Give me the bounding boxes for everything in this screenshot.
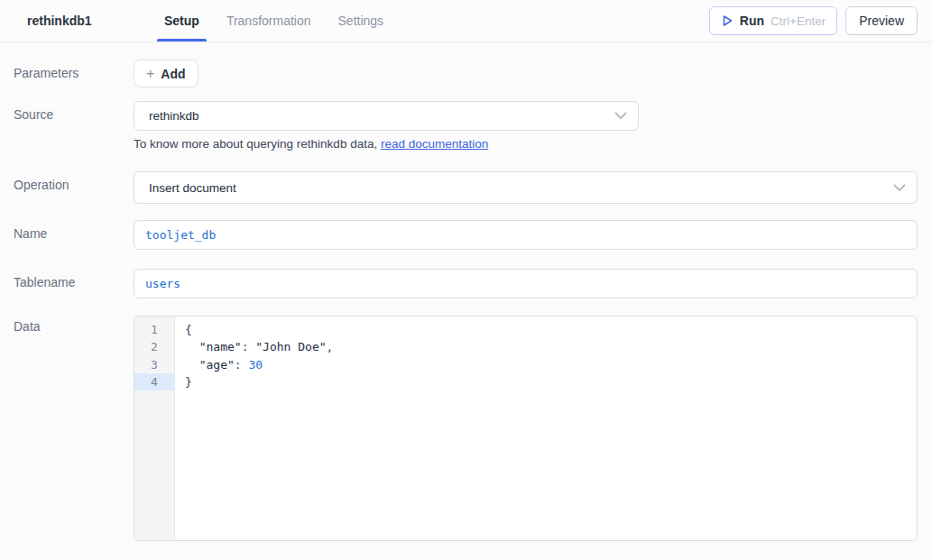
line-number-gutter: 1234 (134, 317, 175, 540)
source-row: Source rethinkdb To know more about quer… (14, 101, 918, 151)
plus-icon: + (146, 67, 154, 81)
source-select-value: rethinkdb (149, 109, 614, 123)
line-number: 4 (134, 373, 174, 390)
operation-label: Operation (14, 171, 134, 204)
parameters-label: Parameters (14, 60, 134, 87)
header-actions: Run Ctrl+Enter Preview (709, 0, 932, 41)
line-number: 1 (134, 321, 174, 338)
code-area[interactable]: { "name": "John Doe", "age": 30} (175, 317, 917, 540)
tab-settings-label: Settings (338, 14, 384, 28)
run-shortcut: Ctrl+Enter (771, 14, 826, 28)
source-select[interactable]: rethinkdb (134, 101, 639, 131)
query-title: rethinkdb1 (0, 0, 162, 41)
code-line[interactable]: { (185, 321, 917, 338)
name-input[interactable]: tooljet_db (134, 220, 918, 250)
line-number: 2 (134, 338, 174, 355)
tablename-label: Tablename (14, 269, 134, 298)
add-parameter-label: Add (161, 67, 185, 81)
tab-setup[interactable]: Setup (162, 0, 201, 41)
operation-select-value: Insert document (149, 181, 893, 195)
query-header: rethinkdb1 Setup Transformation Settings… (0, 0, 932, 42)
tab-settings[interactable]: Settings (337, 0, 386, 41)
code-line[interactable]: } (185, 373, 917, 390)
tablename-input[interactable]: users (134, 269, 918, 298)
preview-button-label: Preview (859, 14, 904, 28)
tablename-input-value: users (145, 277, 180, 290)
name-label: Name (14, 220, 134, 250)
code-line[interactable]: "name": "John Doe", (185, 338, 917, 355)
source-helper-text: To know more about querying rethinkdb da… (134, 137, 918, 151)
tab-setup-label: Setup (164, 14, 199, 28)
query-editor-panel: rethinkdb1 Setup Transformation Settings… (0, 0, 932, 560)
helper-prefix: To know more about querying rethinkdb da… (134, 137, 381, 151)
parameters-row: Parameters + Add (14, 60, 918, 87)
data-label: Data (14, 316, 134, 541)
add-parameter-button[interactable]: + Add (134, 60, 198, 87)
name-input-value: tooljet_db (145, 228, 216, 242)
chevron-down-icon (893, 184, 906, 192)
code-editor[interactable]: 1234 { "name": "John Doe", "age": 30} (134, 316, 918, 541)
source-label: Source (14, 101, 134, 151)
line-number: 3 (134, 356, 174, 373)
play-icon (721, 14, 734, 27)
query-tabs: Setup Transformation Settings (162, 0, 385, 41)
run-button[interactable]: Run Ctrl+Enter (709, 6, 837, 35)
code-line[interactable]: "age": 30 (185, 356, 917, 373)
data-row: Data 1234 { "name": "John Doe", "age": 3… (14, 316, 918, 541)
tab-transformation[interactable]: Transformation (225, 0, 313, 41)
tab-transformation-label: Transformation (226, 14, 311, 28)
operation-select[interactable]: Insert document (134, 171, 918, 204)
name-row: Name tooljet_db (14, 220, 918, 250)
tablename-row: Tablename users (14, 269, 918, 298)
run-button-label: Run (740, 14, 764, 28)
read-documentation-link[interactable]: read documentation (381, 137, 488, 151)
preview-button[interactable]: Preview (845, 6, 918, 35)
operation-row: Operation Insert document (14, 171, 918, 204)
chevron-down-icon (614, 112, 627, 120)
query-form: Parameters + Add Source rethinkdb (0, 60, 932, 541)
